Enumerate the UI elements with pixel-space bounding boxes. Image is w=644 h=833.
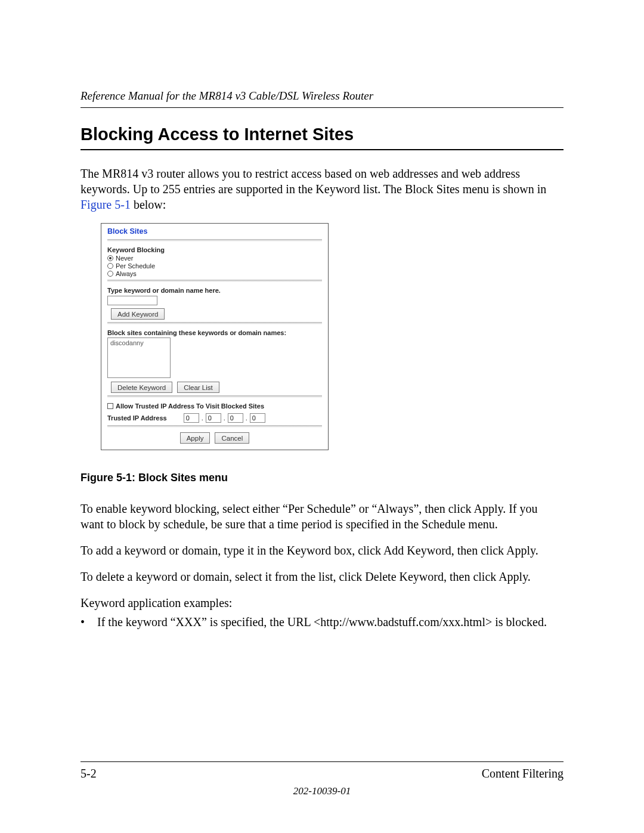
trusted-ip-octet-4[interactable]: 0: [250, 413, 265, 423]
running-header: Reference Manual for the MR814 v3 Cable/…: [80, 89, 564, 103]
title-rule: [80, 149, 564, 150]
paragraph-add: To add a keyword or domain, type it in t…: [80, 543, 564, 558]
separator: [107, 425, 322, 428]
figure-caption: Figure 5-1: Block Sites menu: [80, 472, 564, 484]
allow-trusted-checkbox[interactable]: [107, 403, 113, 409]
paragraph-enable: To enable keyword blocking, select eithe…: [80, 501, 564, 532]
clear-list-button[interactable]: Clear List: [177, 382, 219, 393]
bullet-text: If the keyword “XXX” is specified, the U…: [97, 614, 547, 630]
footer-page-number: 5-2: [80, 767, 97, 781]
block-list-label: Block sites containing these keywords or…: [107, 329, 322, 336]
allow-trusted-row[interactable]: Allow Trusted IP Address To Visit Blocke…: [107, 402, 322, 410]
radio-always-label: Always: [116, 270, 137, 277]
ip-dot: .: [246, 414, 247, 422]
section-title: Blocking Access to Internet Sites: [80, 125, 564, 144]
separator: [107, 239, 322, 241]
radio-never-label: Never: [116, 255, 133, 262]
ip-dot: .: [224, 414, 225, 422]
block-list[interactable]: discodanny: [107, 337, 171, 378]
separator: [107, 322, 322, 324]
radio-always[interactable]: [107, 271, 113, 277]
radio-per-schedule-label: Per Schedule: [116, 262, 155, 270]
footer-rule: [80, 761, 564, 762]
keyword-blocking-label: Keyword Blocking: [107, 246, 322, 253]
separator: [107, 280, 322, 282]
trusted-ip-label: Trusted IP Address: [107, 414, 167, 422]
trusted-ip-octet-1[interactable]: 0: [184, 413, 199, 423]
trusted-ip-octet-2[interactable]: 0: [206, 413, 221, 423]
panel-title: Block Sites: [107, 227, 322, 236]
apply-button[interactable]: Apply: [180, 432, 210, 444]
intro-paragraph: The MR814 v3 router allows you to restri…: [80, 166, 564, 212]
footer-document-number: 202-10039-01: [80, 785, 564, 797]
delete-keyword-button[interactable]: Delete Keyword: [111, 382, 172, 393]
paragraph-delete: To delete a keyword or domain, select it…: [80, 569, 564, 584]
radio-per-schedule-row[interactable]: Per Schedule: [107, 262, 322, 270]
footer-section-name: Content Filtering: [482, 767, 564, 781]
radio-never-row[interactable]: Never: [107, 255, 322, 262]
bullet-dot-icon: •: [80, 614, 97, 630]
block-sites-panel: Block Sites Keyword Blocking Never Per S…: [101, 223, 329, 450]
radio-never[interactable]: [107, 255, 113, 261]
paragraph-examples: Keyword application examples:: [80, 595, 564, 611]
trusted-ip-fields: 0. 0. 0. 0: [184, 413, 265, 423]
type-keyword-label: Type keyword or domain name here.: [107, 287, 322, 294]
add-keyword-button[interactable]: Add Keyword: [111, 308, 165, 320]
cancel-button[interactable]: Cancel: [215, 432, 249, 444]
intro-text-after: below:: [131, 198, 166, 211]
keyword-input[interactable]: [107, 296, 157, 305]
page-footer: 5-2 Content Filtering 202-10039-01: [80, 761, 564, 797]
header-rule: [80, 107, 564, 108]
radio-per-schedule[interactable]: [107, 263, 113, 269]
radio-always-row[interactable]: Always: [107, 270, 322, 277]
bullet-item: • If the keyword “XXX” is specified, the…: [80, 614, 564, 630]
trusted-ip-octet-3[interactable]: 0: [228, 413, 243, 423]
ip-dot: .: [202, 414, 203, 422]
figure-link[interactable]: Figure 5-1: [80, 198, 131, 211]
intro-text-before: The MR814 v3 router allows you to restri…: [80, 167, 546, 196]
separator: [107, 395, 322, 398]
allow-trusted-label: Allow Trusted IP Address To Visit Blocke…: [116, 402, 264, 410]
block-list-item[interactable]: discodanny: [110, 339, 168, 346]
